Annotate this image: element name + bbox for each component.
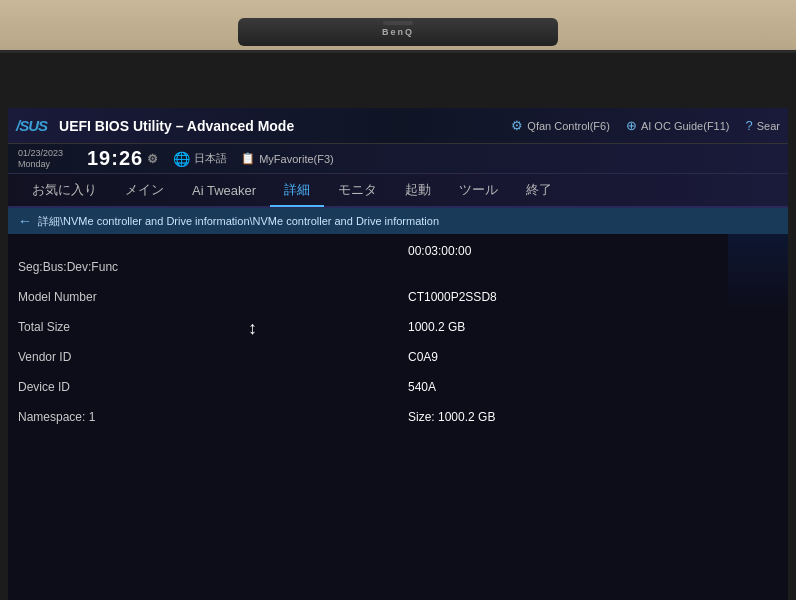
label-model-number: Model Number — [18, 288, 388, 306]
value-row-0: 00:03:00:00 — [408, 242, 471, 260]
breadcrumb: 詳細\NVMe controller and Drive information… — [38, 214, 439, 229]
header-tools: ⚙ Qfan Control(F6) ⊕ AI OC Guide(F11) ? … — [511, 118, 780, 133]
monitor-bezel: /SUS UEFI BIOS Utility – Advanced Mode ⚙… — [0, 50, 796, 600]
nav-label-favorites: お気に入り — [32, 182, 97, 197]
language-button[interactable]: 🌐 日本語 — [173, 151, 227, 167]
time-value: 19:26 — [87, 147, 143, 170]
nav-item-advanced[interactable]: 詳細 — [270, 175, 324, 207]
language-label: 日本語 — [194, 151, 227, 166]
nav-label-tools: ツール — [459, 182, 498, 197]
nav-label-boot: 起動 — [405, 182, 431, 197]
nav-label-main: メイン — [125, 182, 164, 197]
label-device-id: Device ID — [18, 378, 388, 396]
value-namespace-size: Size: 1000.2 GB — [408, 408, 495, 426]
value-total-size: 1000.2 GB — [408, 318, 465, 336]
qfan-control-button[interactable]: ⚙ Qfan Control(F6) — [511, 118, 610, 133]
myfav-icon: 📋 — [241, 152, 255, 165]
labels-column: Seg:Bus:Dev:Func Model Number Total Size… — [18, 242, 388, 426]
time-settings-icon[interactable]: ⚙ — [147, 152, 159, 166]
nav-item-monitor[interactable]: モニタ — [324, 175, 391, 205]
value-model-number: CT1000P2SSD8 — [408, 288, 497, 306]
nav-label-exit: 終了 — [526, 182, 552, 197]
search-button[interactable]: ? Sear — [746, 118, 780, 133]
label-total-size: Total Size — [18, 318, 388, 336]
nav-item-favorites[interactable]: お気に入り — [18, 175, 111, 205]
search-label: Sear — [757, 120, 780, 132]
qfan-label: Qfan Control(F6) — [527, 120, 610, 132]
breadcrumb-bar: ← 詳細\NVMe controller and Drive informati… — [8, 208, 788, 234]
back-button[interactable]: ← — [18, 213, 32, 229]
nav-item-boot[interactable]: 起動 — [391, 175, 445, 205]
time-display: 19:26 ⚙ — [87, 147, 159, 170]
my-favorite-button[interactable]: 📋 MyFavorite(F3) — [241, 152, 334, 165]
ai-oc-guide-button[interactable]: ⊕ AI OC Guide(F11) — [626, 118, 730, 133]
bios-container: /SUS UEFI BIOS Utility – Advanced Mode ⚙… — [8, 108, 788, 600]
bios-screen: /SUS UEFI BIOS Utility – Advanced Mode ⚙… — [8, 108, 788, 600]
day-display: Monday — [18, 159, 73, 170]
values-column: 00:03:00:00 CT1000P2SSD8 1000.2 GB C0A9 … — [408, 242, 778, 426]
nav-label-advanced: 詳細 — [284, 182, 310, 197]
label-row-0 — [18, 242, 388, 246]
globe-icon: 🌐 — [173, 151, 190, 167]
datetime-block: 01/23/2023 Monday — [18, 148, 73, 170]
nav-item-ai-tweaker[interactable]: Ai Tweaker — [178, 177, 270, 204]
header-bar: /SUS UEFI BIOS Utility – Advanced Mode ⚙… — [8, 108, 788, 144]
myfav-label: MyFavorite(F3) — [259, 153, 334, 165]
ai-oc-icon: ⊕ — [626, 118, 637, 133]
qfan-icon: ⚙ — [511, 118, 523, 133]
nav-menu: お気に入り メイン Ai Tweaker 詳細 モニタ 起動 ツ — [8, 174, 788, 208]
date-display: 01/23/2023 — [18, 148, 73, 159]
search-icon: ? — [746, 118, 753, 133]
label-vendor-id: Vendor ID — [18, 348, 388, 366]
ai-oc-label: AI OC Guide(F11) — [641, 120, 730, 132]
nav-item-tools[interactable]: ツール — [445, 175, 512, 205]
datetime-bar: 01/23/2023 Monday 19:26 ⚙ 🌐 日本語 📋 MyFavo… — [8, 144, 788, 174]
nav-item-main[interactable]: メイン — [111, 175, 178, 205]
nav-label-monitor: モニタ — [338, 182, 377, 197]
label-seg-bus: Seg:Bus:Dev:Func — [18, 258, 388, 276]
content-area: Seg:Bus:Dev:Func Model Number Total Size… — [8, 234, 788, 434]
monitor-brand-logo: BenQ — [382, 27, 414, 37]
value-vendor-id: C0A9 — [408, 348, 438, 366]
asus-logo: /SUS — [16, 117, 47, 134]
monitor-bar: BenQ — [238, 18, 558, 46]
nav-item-exit[interactable]: 終了 — [512, 175, 566, 205]
nav-label-ai-tweaker: Ai Tweaker — [192, 183, 256, 198]
label-namespace: Namespace: 1 — [18, 408, 388, 426]
value-device-id: 540A — [408, 378, 436, 396]
bios-title: UEFI BIOS Utility – Advanced Mode — [59, 118, 499, 134]
